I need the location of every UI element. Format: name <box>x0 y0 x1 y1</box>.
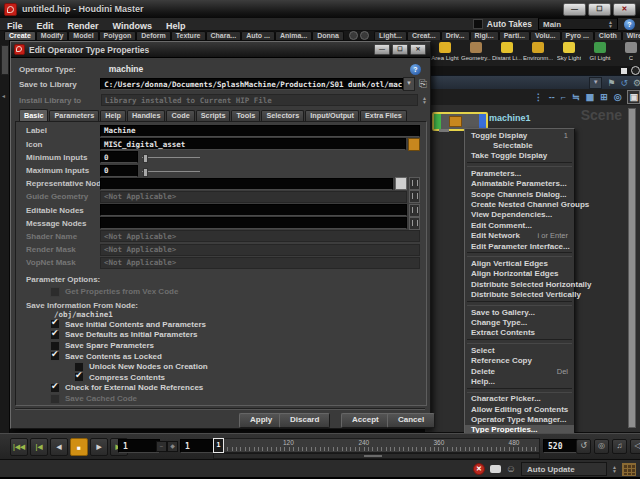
shelf-tab[interactable]: Creat... <box>407 31 441 40</box>
network-toolbar-icon[interactable]: ◎ <box>614 91 622 103</box>
context-menu-item[interactable]: Parameters... <box>465 168 574 178</box>
shelf-tab[interactable]: Anima... <box>275 31 312 40</box>
context-menu-item[interactable]: Toggle Display 1 <box>465 130 574 140</box>
shelf-tool[interactable]: GI Light <box>586 40 614 66</box>
menu-item[interactable]: Edit <box>30 21 61 31</box>
playbar-option-icon[interactable]: ↺ <box>576 439 591 454</box>
take-stepper-icon[interactable]: ▲▼ <box>608 20 613 28</box>
shelf-tab[interactable]: Driv... <box>441 31 470 40</box>
field-input[interactable] <box>100 204 407 216</box>
context-menu-item[interactable] <box>467 301 572 306</box>
path-dropdown-icon[interactable]: ▼ <box>589 77 602 89</box>
context-menu-item[interactable]: Align Vertical Edges <box>465 258 574 268</box>
context-menu-item[interactable]: Animatable Parameters... <box>465 179 574 189</box>
shelf-tool[interactable]: Environm... <box>524 40 552 66</box>
shelf-tab[interactable]: Cloth <box>594 31 622 40</box>
shelf-tab[interactable]: Volu... <box>530 31 560 40</box>
apply-button[interactable]: Apply <box>239 413 283 428</box>
checkbox[interactable] <box>50 383 60 393</box>
shelf-tab[interactable]: Rigi... <box>470 31 499 40</box>
vex-checkbox[interactable] <box>50 287 60 297</box>
context-menu-item[interactable]: Help... <box>465 376 574 386</box>
field-input[interactable] <box>100 178 393 190</box>
update-mode-select[interactable]: Auto Update <box>521 462 607 476</box>
shelf-tool[interactable]: Distant Li... <box>493 40 521 66</box>
shelf-tab[interactable]: Auto ... <box>241 31 275 40</box>
context-menu-item[interactable]: Align Horizontal Edges <box>465 269 574 279</box>
context-menu-item[interactable]: Distribute Selected Horizontally <box>465 279 574 289</box>
playbar-option-icon[interactable]: ◁ <box>630 439 640 454</box>
auto-takes-checkbox[interactable] <box>473 19 483 29</box>
context-menu-item[interactable] <box>467 252 572 257</box>
dialog-maximize-icon[interactable]: ☐ <box>392 44 408 55</box>
checkbox[interactable] <box>74 372 84 382</box>
install-library-select[interactable]: Library installed to Current HIP File <box>101 94 418 106</box>
field-input[interactable]: <Not Applicable> <box>100 244 420 256</box>
network-toolbar-icon[interactable]: ⌐ <box>561 91 566 103</box>
shelf-tab[interactable]: Create <box>4 31 36 40</box>
dialog-tab[interactable]: Scripts <box>196 110 231 121</box>
network-toolbar-icon[interactable]: ▣ <box>627 90 640 104</box>
node-picker-button[interactable] <box>395 177 407 190</box>
dialog-minimize-icon[interactable]: — <box>374 44 390 55</box>
left-pane-scrollbar[interactable]: ◂ <box>0 40 10 433</box>
shelf-tool[interactable]: Sky Light <box>555 40 583 66</box>
shelf-tab[interactable]: Chara... <box>206 31 242 40</box>
node-output-connector[interactable] <box>439 129 449 132</box>
shelf-tab[interactable]: Donna <box>312 31 344 40</box>
playbar-option-icon[interactable]: ◎ <box>594 439 609 454</box>
library-dropdown-icon[interactable]: ▼ <box>403 77 415 91</box>
transport-button[interactable]: ▶ <box>90 438 108 456</box>
display-flag[interactable] <box>434 114 441 129</box>
network-toolbar-icon[interactable]: ⊞ <box>600 91 608 103</box>
context-menu-item[interactable]: Delete Del <box>465 366 574 376</box>
shelf-gear-icon[interactable] <box>349 31 358 40</box>
update-mode-stepper-icon[interactable]: ▲▼ <box>612 465 617 473</box>
checkbox[interactable] <box>50 394 60 404</box>
sync-icon[interactable]: ↺ <box>620 77 628 89</box>
context-menu-item[interactable]: Scope Channels Dialog... <box>465 189 574 199</box>
network-toolbar-icon[interactable]: -- <box>549 91 555 103</box>
context-menu-item[interactable]: Character Picker... <box>465 394 574 404</box>
help-globe-icon[interactable]: ? <box>624 19 635 30</box>
context-menu-item[interactable]: Edit Network i or Enter <box>465 231 574 241</box>
dialog-tab[interactable]: Tools <box>231 110 260 121</box>
pane-maximize-icon[interactable] <box>621 68 627 74</box>
context-menu-item[interactable]: Change Type... <box>465 317 574 327</box>
context-menu-item[interactable] <box>467 388 572 393</box>
field-input[interactable] <box>100 217 407 229</box>
cancel-button[interactable]: Cancel <box>387 413 435 428</box>
context-menu-item[interactable]: Edit Parameter Interface... <box>465 241 574 251</box>
pin-icon[interactable]: ⚑ <box>607 77 615 89</box>
file-chooser-icon[interactable]: ⎘ <box>419 78 427 90</box>
shelf-tab[interactable]: Pyro ... <box>561 31 594 40</box>
current-frame-field[interactable]: 1 <box>118 439 160 453</box>
field-input[interactable]: <Not Applicable> <box>100 257 420 269</box>
context-menu-item[interactable]: Take Toggle Display <box>465 151 574 161</box>
frame-dec-icon[interactable]: − <box>156 441 167 452</box>
menu-item[interactable]: Help <box>159 21 193 31</box>
clear-icon[interactable] <box>409 177 420 190</box>
transport-button[interactable]: |◀ <box>30 438 48 456</box>
pane-menu-icon[interactable] <box>631 66 640 75</box>
shelf-tab[interactable]: Model <box>68 31 98 40</box>
close-icon[interactable]: ✕ <box>613 3 636 16</box>
context-menu-item[interactable]: Distribute Selected Vertically <box>465 289 574 299</box>
frame-key-icon[interactable]: ◆ <box>167 441 178 452</box>
dialog-tab[interactable]: Help <box>100 110 126 121</box>
network-toolbar-icon[interactable]: ▦ <box>586 91 595 103</box>
shelf-tool[interactable]: Area Light <box>431 40 459 66</box>
context-menu-item[interactable]: View Dependencies... <box>465 210 574 220</box>
context-menu-item[interactable]: Selectable <box>465 140 574 150</box>
field-input[interactable]: 0 <box>100 151 138 163</box>
asset-icon[interactable] <box>408 138 420 151</box>
accept-button[interactable]: Accept <box>341 413 390 428</box>
shelf-tab[interactable]: Polygon <box>99 31 137 40</box>
timeline-ruler[interactable]: 1 120240360480 <box>213 438 540 453</box>
dialog-tab[interactable]: Selectors <box>261 110 304 121</box>
maximize-icon[interactable]: ☐ <box>588 3 611 16</box>
render-flag[interactable] <box>479 114 486 129</box>
checkbox[interactable] <box>50 330 60 340</box>
transport-button[interactable]: ■ <box>70 438 88 456</box>
field-input[interactable]: <Not Applicable> <box>100 191 407 203</box>
